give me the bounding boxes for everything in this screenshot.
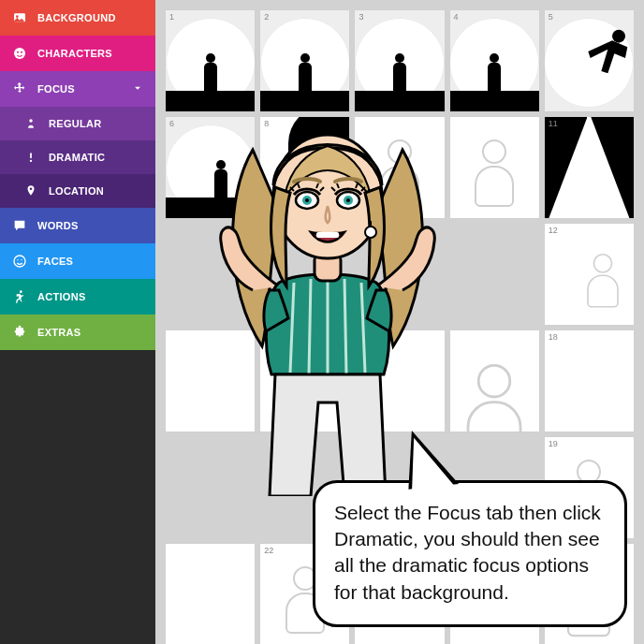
sidebar-item-background[interactable]: BACKGROUND [0,0,155,36]
cell-number: 1 [169,12,174,22]
sidebar-item-label: BACKGROUND [37,12,116,23]
sidebar-item-label: REGULAR [49,118,102,129]
svg-point-2 [14,48,25,59]
sidebar-item-label: WORDS [37,220,79,231]
svg-point-5 [29,119,33,122]
sidebar-item-dramatic[interactable]: DRAMATIC [0,140,155,174]
sidebar-item-words[interactable]: WORDS [0,208,155,243]
app-root: BACKGROUND CHARACTERS FOCUS REGULAR [0,0,644,644]
svg-point-22 [305,198,309,202]
grid-cell[interactable]: 12 [544,223,635,326]
cell-number: 22 [264,546,273,555]
sidebar: BACKGROUND CHARACTERS FOCUS REGULAR [0,0,155,644]
puzzle-icon [11,324,28,341]
sidebar-item-focus[interactable]: FOCUS [0,71,155,107]
sidebar-item-label: CHARACTERS [37,48,112,59]
exclaim-icon [22,149,39,166]
grid-cell[interactable] [165,543,256,644]
move-icon [11,80,28,97]
svg-line-14 [309,279,311,374]
sidebar-item-label: FACES [37,256,73,267]
person-spot-icon [22,115,39,132]
cell-number: 3 [359,12,363,22]
svg-point-10 [21,259,22,260]
grid-cell[interactable]: 4 [449,9,540,112]
run-icon [11,288,28,305]
svg-rect-6 [30,153,32,158]
cell-number: 19 [549,439,558,448]
sidebar-item-extras[interactable]: EXTRAS [0,315,155,350]
cell-number: 6 [169,119,174,128]
svg-point-27 [365,227,376,238]
sidebar-item-regular[interactable]: REGULAR [0,107,155,140]
sidebar-item-label: ACTIONS [37,291,86,302]
cell-number: 18 [549,332,558,342]
svg-point-9 [17,259,18,260]
svg-point-8 [14,256,25,267]
help-speech-bubble: Select the Focus tab then click Dramatic… [313,480,627,627]
svg-point-25 [346,198,350,202]
sidebar-item-actions[interactable]: ACTIONS [0,279,155,315]
sidebar-item-location[interactable]: LOCATION [0,174,155,208]
sidebar-item-label: FOCUS [37,83,75,95]
grid-cell[interactable]: 18 [544,329,635,432]
sidebar-item-label: LOCATION [49,185,104,197]
cell-number: 11 [549,119,558,128]
leap-silhouette [579,25,635,91]
pin-icon [22,183,39,199]
cell-number: 12 [549,226,558,235]
svg-point-4 [21,51,22,53]
bubble-text: Select the Focus tab then click Dramatic… [334,502,601,603]
sidebar-item-label: EXTRAS [37,327,80,338]
cell-number: 5 [549,12,553,22]
svg-point-1 [16,15,19,18]
cell-number: 2 [264,12,269,22]
grid-cell[interactable]: 5 [544,9,635,112]
smile-icon [11,253,28,270]
svg-point-11 [20,290,22,293]
speech-icon [11,217,28,234]
grid-cell[interactable] [449,116,540,219]
cell-number: 4 [454,12,459,22]
chevron-down-icon [131,81,144,96]
sidebar-item-label: DRAMATIC [49,152,105,163]
svg-point-3 [17,51,19,53]
svg-point-12 [612,30,625,43]
face-icon [11,45,28,62]
sidebar-item-faces[interactable]: FACES [0,243,155,279]
grid-cell[interactable] [449,329,540,432]
sidebar-item-characters[interactable]: CHARACTERS [0,36,155,71]
image-icon [11,9,28,26]
svg-rect-26 [316,232,339,238]
grid-cell[interactable]: 11 [544,116,635,219]
svg-line-16 [344,279,346,374]
svg-point-7 [30,160,32,162]
